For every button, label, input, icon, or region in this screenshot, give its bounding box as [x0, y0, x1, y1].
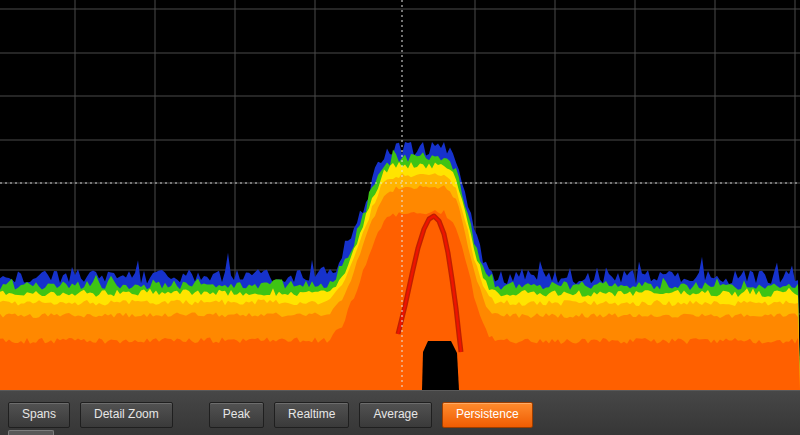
spans-button[interactable]: Spans	[8, 402, 70, 428]
noise-floor-notch	[422, 341, 459, 390]
signal-analyzer-window: Spans Detail Zoom Peak Realtime Average …	[0, 0, 800, 435]
peak-button[interactable]: Peak	[209, 402, 264, 428]
realtime-button[interactable]: Realtime	[274, 402, 349, 428]
second-row-partial-button[interactable]	[8, 430, 54, 435]
spectrum-persistence-plot	[0, 0, 800, 390]
spectrum-display[interactable]	[0, 0, 800, 390]
average-button[interactable]: Average	[359, 402, 431, 428]
detail-zoom-button[interactable]: Detail Zoom	[80, 402, 173, 428]
toolbar: Spans Detail Zoom Peak Realtime Average …	[0, 390, 800, 435]
persistence-button[interactable]: Persistence	[442, 402, 533, 428]
